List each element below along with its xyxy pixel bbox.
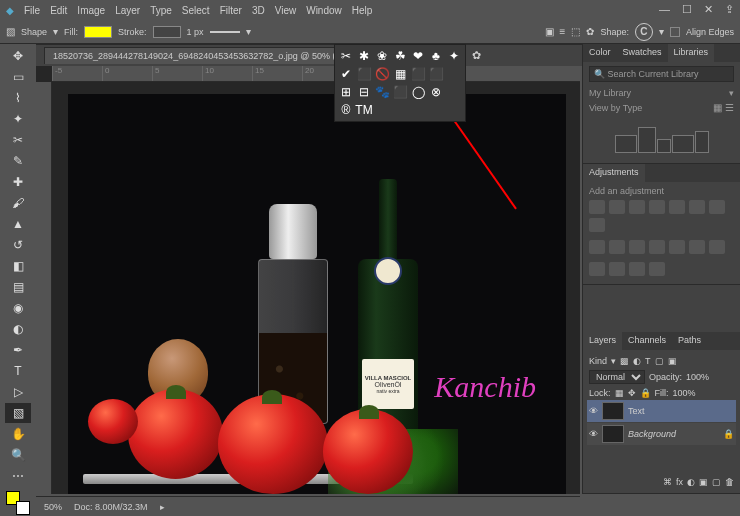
minimize-button[interactable]: —: [659, 3, 670, 16]
adj-invert-icon[interactable]: [629, 240, 645, 254]
library-search[interactable]: 🔍 Search Current Library: [589, 66, 734, 82]
menu-select[interactable]: Select: [182, 5, 210, 16]
fill-value[interactable]: 100%: [673, 388, 696, 398]
lib-thumb[interactable]: [615, 135, 637, 153]
filter-type-icon[interactable]: T: [645, 356, 651, 366]
filter-smart-icon[interactable]: ▣: [668, 356, 677, 366]
wand-tool[interactable]: ✦: [5, 109, 31, 129]
tab-layers[interactable]: Layers: [583, 332, 622, 350]
tab-swatches[interactable]: Swatches: [617, 44, 668, 62]
healing-tool[interactable]: ✚: [5, 172, 31, 192]
menu-file[interactable]: File: [24, 5, 40, 16]
layer-name[interactable]: Text: [628, 406, 645, 416]
marquee-tool[interactable]: ▭: [5, 67, 31, 87]
tab-color[interactable]: Color: [583, 44, 617, 62]
stroke-style[interactable]: [210, 31, 240, 33]
menu-edit[interactable]: Edit: [50, 5, 67, 16]
maximize-button[interactable]: ☐: [682, 3, 692, 16]
lib-thumb[interactable]: [657, 139, 671, 153]
shape-circle-icon[interactable]: ◯: [410, 84, 426, 100]
layer-row[interactable]: 👁 Text: [587, 400, 736, 422]
lib-thumb[interactable]: [672, 135, 694, 153]
adj-photo-icon[interactable]: [589, 218, 605, 232]
tab-channels[interactable]: Channels: [622, 332, 672, 350]
tool-mode-dropdown[interactable]: ▾: [53, 26, 58, 37]
layer-mask-icon[interactable]: ◐: [687, 477, 695, 487]
grid-view-icon[interactable]: ▦: [713, 102, 722, 113]
shape-flower-icon[interactable]: ❀: [374, 48, 390, 64]
blend-mode-select[interactable]: Normal: [589, 370, 645, 384]
opacity-value[interactable]: 100%: [686, 372, 709, 382]
color-swatches[interactable]: [6, 491, 30, 515]
dodge-tool[interactable]: ◐: [5, 319, 31, 339]
menu-image[interactable]: Image: [77, 5, 105, 16]
shape-square3-icon[interactable]: ⬛: [428, 66, 444, 82]
link-layers-icon[interactable]: ⌘: [663, 477, 672, 487]
layer-filter-dropdown[interactable]: ▾: [611, 356, 616, 366]
layer-name[interactable]: Background: [628, 429, 676, 439]
pen-tool[interactable]: ✒: [5, 340, 31, 360]
zoom-level[interactable]: 50%: [44, 502, 62, 512]
shape-dropdown-icon[interactable]: ▾: [659, 26, 664, 37]
adj-lookup-icon[interactable]: [609, 240, 625, 254]
adj-levels-icon[interactable]: [609, 200, 625, 214]
tab-libraries[interactable]: Libraries: [668, 44, 715, 62]
fill-swatch[interactable]: [84, 26, 112, 38]
adj-mixer-icon[interactable]: [589, 240, 605, 254]
layer-fx-icon[interactable]: fx: [676, 477, 683, 487]
shape-tool-icon[interactable]: ▧: [6, 26, 15, 37]
eraser-tool[interactable]: ◧: [5, 256, 31, 276]
adj-exposure-icon[interactable]: [649, 200, 665, 214]
shape-check-icon[interactable]: ✔: [338, 66, 354, 82]
ruler-horizontal[interactable]: -505101520253035: [52, 66, 580, 82]
shape-star-icon[interactable]: ✱: [356, 48, 372, 64]
shape-square4-icon[interactable]: ⬛: [392, 84, 408, 100]
menu-3d[interactable]: 3D: [252, 5, 265, 16]
lock-pos-icon[interactable]: ✥: [628, 388, 636, 398]
shape-no-icon[interactable]: 🚫: [374, 66, 390, 82]
adj-hue-icon[interactable]: [689, 200, 705, 214]
doc-size[interactable]: Doc: 8.00M/32.3M: [74, 502, 148, 512]
move-tool[interactable]: ✥: [5, 46, 31, 66]
menu-window[interactable]: Window: [306, 5, 342, 16]
adj-poster-icon[interactable]: [649, 240, 665, 254]
shape-heart-icon[interactable]: ❤: [410, 48, 426, 64]
visibility-icon[interactable]: 👁: [589, 406, 598, 416]
stroke-swatch[interactable]: [153, 26, 181, 38]
shape-trademark-icon[interactable]: TM: [356, 102, 372, 118]
shape-square2-icon[interactable]: ⬛: [410, 66, 426, 82]
adj-extra1-icon[interactable]: [589, 262, 605, 276]
stamp-tool[interactable]: ▲: [5, 214, 31, 234]
visibility-icon[interactable]: 👁: [589, 429, 598, 439]
adj-gradient-icon[interactable]: [689, 240, 705, 254]
eyedropper-tool[interactable]: ✎: [5, 151, 31, 171]
shape-square-icon[interactable]: ⬛: [356, 66, 372, 82]
view-by-type[interactable]: View by Type: [589, 103, 642, 113]
layer-thumbnail[interactable]: [602, 425, 624, 443]
layer-row[interactable]: 👁 Background 🔒: [587, 423, 736, 445]
shape-scissors-icon[interactable]: ✂: [338, 48, 354, 64]
adj-extra2-icon[interactable]: [609, 262, 625, 276]
lock-all-icon[interactable]: ▦: [615, 388, 624, 398]
list-view-icon[interactable]: ☰: [725, 102, 734, 113]
tab-adjustments[interactable]: Adjustments: [583, 164, 645, 182]
shape-grid-icon[interactable]: ▦: [392, 66, 408, 82]
filter-pixel-icon[interactable]: ▩: [620, 356, 629, 366]
adj-threshold-icon[interactable]: [669, 240, 685, 254]
status-arrow-icon[interactable]: ▸: [160, 502, 165, 512]
adj-brightness-icon[interactable]: [589, 200, 605, 214]
brush-tool[interactable]: 🖌: [5, 193, 31, 213]
history-brush-tool[interactable]: ↺: [5, 235, 31, 255]
adj-curves-icon[interactable]: [629, 200, 645, 214]
shape-registered-icon[interactable]: ®: [338, 102, 354, 118]
path-ops-icon[interactable]: ▣: [545, 26, 554, 37]
lasso-tool[interactable]: ⌇: [5, 88, 31, 108]
hand-tool[interactable]: ✋: [5, 424, 31, 444]
library-name[interactable]: My Library: [589, 88, 631, 98]
shape-cross-icon[interactable]: ⊗: [428, 84, 444, 100]
close-button[interactable]: ✕: [704, 3, 713, 16]
adj-extra4-icon[interactable]: [649, 262, 665, 276]
current-shape-icon[interactable]: C: [635, 23, 653, 41]
path-tool[interactable]: ▷: [5, 382, 31, 402]
align-edges-checkbox[interactable]: [670, 27, 680, 37]
